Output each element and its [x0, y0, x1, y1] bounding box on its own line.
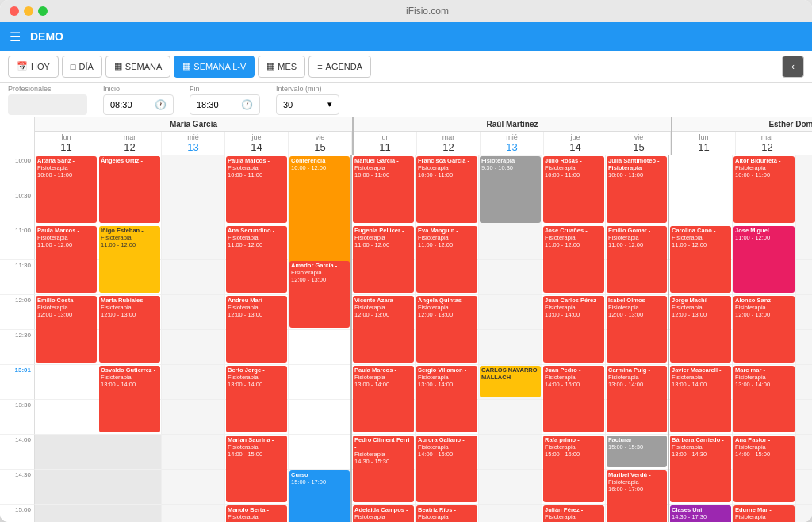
day-header-jue-1: jue 14	[225, 132, 289, 155]
event-curso[interactable]: Curso15:00 - 17:00	[289, 470, 350, 522]
col-raul-jue: Julio Rosas -Fisioterapia10:00 - 11:00 J…	[542, 155, 606, 522]
day-header-lun-3: lun 11	[672, 132, 736, 155]
calendar-grid: María García lun 11 mar 12 mié 13	[0, 117, 812, 522]
event-aurora[interactable]: Aurora Galiano -Fisioterapia14:00 - 15:0…	[416, 436, 477, 502]
event-beatriz[interactable]: Beatriz Ríos -Fisioterapia15:00 - 16:00	[416, 505, 477, 522]
hamburger-menu[interactable]: ☰	[10, 29, 21, 44]
event-facturar[interactable]: Facturar15:00 - 15:30	[607, 436, 667, 467]
event-emilio-g[interactable]: Emilio Gomar -Fisioterapia11:00 - 12:00	[607, 226, 667, 293]
event-angeles[interactable]: Ángeles Ortiz -	[99, 156, 160, 188]
event-sergio[interactable]: Sergio Villamon -Fisioterapia13:00 - 14:…	[416, 366, 477, 432]
event-paula-marcos[interactable]: Paula Marcos -Fisioterapia10:00 - 11:00	[226, 156, 287, 223]
event-aitor[interactable]: Aitor Bidurreta -Fisioterapia10:00 - 11:…	[733, 156, 795, 223]
day-header-mie-1: mié 13	[162, 132, 225, 155]
maximize-button[interactable]	[38, 6, 48, 16]
semana-lv-icon: ▦	[182, 61, 190, 71]
titlebar: iFisio.com	[0, 0, 812, 22]
close-button[interactable]	[10, 6, 19, 16]
prof-header-esther: Esther Domingo	[672, 117, 812, 132]
filters-bar: Profesionales Inicio 🕐 Fin 🕐 Intervalo (…	[0, 83, 812, 117]
event-osvaldo[interactable]: Osvaldo Gutierrez -Fisioterapia13:00 - 1…	[99, 366, 160, 432]
event-fisiog-mie[interactable]: Fisioterapia9:30 - 10:30	[480, 156, 541, 223]
event-marta-r[interactable]: Marta Rubiales -Fisioterapia12:00 - 13:0…	[99, 296, 160, 363]
semana-button[interactable]: ▦ SEMANA	[105, 56, 170, 78]
col-maria-jue: Paula Marcos -Fisioterapia10:00 - 11:00 …	[225, 155, 289, 522]
event-alonso[interactable]: Alonso Sanz -Fisioterapia12:00 - 13:00	[733, 296, 795, 363]
col-maria-vie: Conferencia10:00 - 12:00 Amador García -…	[289, 155, 352, 522]
day-header-mie-2: mié 13	[481, 132, 544, 155]
day-header-lun-1: lun 11	[35, 132, 98, 155]
event-eva-m[interactable]: Eva Manguin -Fisioterapia11:00 - 12:00	[416, 226, 477, 293]
mes-button[interactable]: ▦ MES	[258, 56, 305, 78]
event-juan-carlos[interactable]: Juan Carlos Pérez -Fisioterapia13:00 - 1…	[543, 296, 604, 363]
day-header-mie-3: mié 13	[799, 132, 812, 155]
agenda-icon: ≡	[317, 62, 322, 71]
event-clases-uni[interactable]: Clases Uni14:30 - 17:30	[670, 505, 731, 522]
minimize-button[interactable]	[24, 6, 33, 16]
event-barbara[interactable]: Bárbara Carriedo -Fisioterapia13:00 - 14…	[670, 436, 731, 502]
col-esther-mie	[796, 155, 812, 522]
professionals-label: Profesionales	[8, 85, 87, 93]
event-manolo-b[interactable]: Manolo Berta -Fisioterapia15:00 - 16:00	[226, 505, 287, 522]
event-ana-pastor[interactable]: Ana Pastor -Fisioterapia14:00 - 15:00	[733, 436, 795, 502]
col-maria-lun: Aitana Sanz -Fisioterapia10:00 - 11:00 P…	[35, 155, 98, 522]
event-julia-s[interactable]: Julia Santimoteo - Fisioterapia10:00 - 1…	[607, 156, 667, 223]
calendar-scroll-area[interactable]: María García lun 11 mar 12 mié 13	[0, 117, 812, 522]
event-marian[interactable]: Marian Saurina -Fisioterapia14:00 - 15:0…	[226, 436, 287, 502]
current-time-label: 13:01	[15, 367, 31, 374]
event-julian[interactable]: Julián Pérez -Fisioterapia16:00 - 17:00	[543, 505, 604, 522]
calendar-body: 10:00 10:30 11:00 11:30 12:00 12:30 13:0…	[0, 155, 812, 522]
event-berto[interactable]: Berto Jorge -Fisioterapia13:00 - 14:00	[226, 366, 287, 432]
clock-icon: 🕐	[155, 99, 167, 110]
semana-icon: ▦	[114, 61, 122, 71]
event-amador[interactable]: Amador García -Fisioterapia12:00 - 13:00	[289, 261, 350, 328]
event-eugenia[interactable]: Eugenia Pellicer -Fisioterapia11:00 - 12…	[353, 226, 414, 293]
event-adelaida[interactable]: Adelaida Campos -Fisioterapia15:30 - 16:…	[353, 505, 414, 522]
event-jose-c[interactable]: Jose Cruañes -Fisioterapia11:00 - 12:00	[543, 226, 604, 293]
event-ana-s[interactable]: Ana Secundino -Fisioterapia11:00 - 12:00	[226, 226, 287, 293]
nav-prev-button[interactable]: ‹	[782, 56, 804, 78]
event-rafa[interactable]: Rafa primo -Fisioterapia15:00 - 16:00	[543, 436, 604, 502]
day-header-mar-3: mar 12	[736, 132, 799, 155]
event-angela[interactable]: Ángela Quintas -Fisioterapia12:00 - 13:0…	[416, 296, 477, 363]
professionals-filter: Profesionales	[8, 85, 87, 115]
event-maribel[interactable]: Maribel Verdú -Fisioterapia16:00 - 17:00	[607, 470, 667, 522]
day-header-mar-1: mar 12	[98, 132, 162, 155]
event-carolina[interactable]: Carolina Cano -Fisioterapia11:00 - 12:00	[670, 226, 731, 293]
calendar-icon: 📅	[17, 61, 28, 71]
event-vicente[interactable]: Vicente Azara -Fisioterapia12:00 - 13:00	[353, 296, 414, 363]
event-andreu[interactable]: Andreu Marí -Fisioterapia12:00 - 13:00	[226, 296, 287, 363]
event-paula-m2[interactable]: Paula Marcos -Fisioterapia13:00 - 14:00	[353, 366, 414, 432]
semana-lv-button[interactable]: ▦ SEMANA L-V	[174, 56, 255, 78]
event-manuel-g[interactable]: Manuel García -Fisioterapia10:00 - 11:00	[353, 156, 414, 223]
inicio-input[interactable]	[110, 100, 150, 109]
hoy-button[interactable]: 📅 HOY	[8, 56, 59, 78]
fin-filter: Fin 🕐	[190, 85, 260, 115]
chevron-down-icon: ▾	[327, 99, 332, 109]
event-juan-pedro[interactable]: Juan Pedro -Fisioterapia14:00 - 15:00	[543, 366, 604, 432]
event-javier-m[interactable]: Javier Mascarell -Fisioterapia13:00 - 14…	[670, 366, 731, 432]
menubar: ☰ DEMO	[0, 22, 812, 51]
event-edurne[interactable]: Edurne Mar -Fisioterapia15:00 - 16:00	[733, 505, 795, 522]
day-header-jue-2: jue 14	[544, 132, 607, 155]
col-raul-vie: Julia Santimoteo - Fisioterapia10:00 - 1…	[606, 155, 669, 522]
event-jose-miguel-e[interactable]: Jose Miguel11:00 - 12:00	[733, 226, 795, 293]
fin-input[interactable]	[197, 100, 236, 109]
app-window: iFisio.com ☰ DEMO 📅 HOY □ DÍA ▦ SEMANA ▦…	[0, 0, 812, 522]
event-marc[interactable]: Marc mar -Fisioterapia13:00 - 14:00	[733, 366, 795, 432]
col-raul-lun: Manuel García -Fisioterapia10:00 - 11:00…	[352, 155, 416, 522]
day-header-vie-1: vie 15	[289, 132, 352, 155]
event-jorge-machi[interactable]: Jorge Machí -Fisioterapia12:00 - 13:00	[670, 296, 731, 363]
dia-button[interactable]: □ DÍA	[62, 56, 102, 78]
event-isabel[interactable]: Isabel Olmos -Fisioterapia12:00 - 13:00	[607, 296, 667, 363]
event-inigo[interactable]: Iñigo Esteban -Fisioterapia11:00 - 12:00	[99, 226, 160, 293]
event-carlos[interactable]: CARLOS NAVARRO MALLACH -	[480, 366, 541, 397]
event-emilio-c[interactable]: Emilio Costa -Fisioterapia12:00 - 13:00	[36, 296, 97, 363]
event-paula-m[interactable]: Paula Marcos -Fisioterapia11:00 - 12:00	[36, 226, 97, 293]
event-carmina[interactable]: Carmina Puig -Fisioterapia13:00 - 14:00	[607, 366, 667, 432]
event-aitana[interactable]: Aitana Sanz -Fisioterapia10:00 - 11:00	[36, 156, 97, 223]
agenda-button[interactable]: ≡ AGENDA	[308, 56, 371, 78]
event-francisca[interactable]: Francisca García -Fisioterapia10:00 - 11…	[416, 156, 477, 223]
event-julio[interactable]: Julio Rosas -Fisioterapia10:00 - 11:00	[543, 156, 604, 223]
event-pedro-c[interactable]: Pedro Climent Ferri -Fisioterapia14:30 -…	[353, 436, 414, 502]
